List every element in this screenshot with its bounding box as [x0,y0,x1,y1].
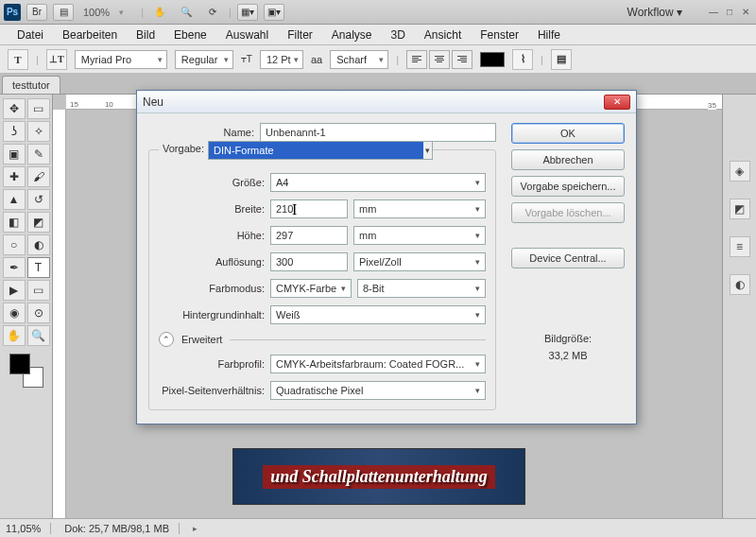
delete-preset-button[interactable]: Vorgabe löschen... [511,202,625,223]
ruler-mark-right: 35 [708,95,716,110]
crop-tool[interactable]: ▣ [3,144,26,165]
menu-bearbeiten[interactable]: Bearbeiten [53,26,127,44]
color-profile-label: Farbprofil: [159,358,265,370]
hand-tool-icon[interactable]: ✋ [149,4,170,21]
resolution-unit-select[interactable]: Pixel/Zoll [353,252,486,271]
width-field[interactable]: 210 [270,199,348,218]
color-mode-label: Farbmodus: [159,283,265,294]
3d-tool[interactable]: ◉ [3,303,26,323]
maximize-button[interactable]: □ [723,6,736,19]
path-select-tool[interactable]: ▶ [3,280,26,301]
color-mode-select[interactable]: CMYK-Farbe [270,279,352,298]
close-button[interactable]: ✕ [739,6,752,19]
lasso-tool[interactable]: ʖ [3,121,26,142]
name-field[interactable]: Unbenannt-1 [260,123,496,142]
antialias-select[interactable]: Scharf [330,50,388,69]
menu-ebene[interactable]: Ebene [164,26,216,44]
zoom-tool-icon[interactable]: 🔍 [176,4,197,21]
dodge-tool[interactable]: ◐ [27,234,50,255]
menu-ansicht[interactable]: Ansicht [415,26,471,44]
width-unit-select[interactable]: mm [353,199,486,218]
clone-tool[interactable]: ▲ [3,189,26,210]
align-right-button[interactable] [452,50,472,69]
size-select[interactable]: A4 [270,173,486,192]
eraser-tool[interactable]: ◧ [3,212,26,233]
font-family-select[interactable]: Myriad Pro [75,50,167,69]
dialog-title-bar[interactable]: Neu ✕ [137,91,636,113]
menu-3d[interactable]: 3D [382,26,415,44]
preset-label: Vorgabe: [163,143,204,154]
bridge-button[interactable]: Br [26,4,47,21]
menu-datei[interactable]: Datei [8,26,53,44]
dialog-close-button[interactable]: ✕ [604,95,630,110]
type-tool[interactable]: T [27,257,50,278]
pixel-aspect-select[interactable]: Quadratische Pixel [270,381,486,400]
color-panel-icon[interactable]: ◐ [730,274,750,295]
color-profile-select[interactable]: CMYK-Arbeitsfarbraum: Coated FOGR... [270,355,486,373]
adjustments-panel-icon[interactable]: ◩ [730,199,750,219]
device-central-button[interactable]: Device Central... [511,248,625,268]
minimize-button[interactable]: — [707,6,720,19]
advanced-toggle[interactable]: ⌃ [159,332,174,347]
app-title-bar: Ps Br ▤ 100% ▾ | ✋ 🔍 ⟳ | ▦▾ ▣▾ Workflow … [0,0,756,25]
zoom-tool[interactable]: 🔍 [27,325,50,346]
collapsed-panels: ◈ ◩ ≡ ◐ [722,95,756,518]
font-size-select[interactable]: 12 Pt [260,50,303,69]
move-tool[interactable]: ✥ [3,98,26,119]
foreground-background-colors[interactable] [9,354,43,388]
marquee-tool[interactable]: ▭ [27,98,50,119]
text-orientation-button[interactable]: ⊥T [46,49,67,70]
menu-fenster[interactable]: Fenster [471,26,528,44]
resolution-field[interactable]: 300 [270,252,348,271]
blur-tool[interactable]: ○ [3,234,26,255]
document-tab[interactable]: testtutor [2,76,60,94]
3d-camera-tool[interactable]: ⊙ [27,303,50,323]
text-color-swatch[interactable] [480,52,505,67]
gradient-tool[interactable]: ◩ [27,212,50,233]
warp-text-button[interactable]: ⌇ [512,49,533,70]
workspace-switcher[interactable]: Workflow ▾ [618,4,692,21]
ok-button[interactable]: OK [511,123,625,144]
menu-hilfe[interactable]: Hilfe [528,26,570,44]
cancel-button[interactable]: Abbrechen [511,149,625,170]
type-tool-indicator[interactable]: T [8,49,28,70]
hand-tool[interactable]: ✋ [3,325,26,346]
mini-bridge-button[interactable]: ▤ [53,4,74,21]
save-preset-button[interactable]: Vorgabe speichern... [511,176,625,197]
status-bar: 11,05% Dok: 25,7 MB/98,1 MB ▸ [0,518,756,537]
eyedropper-tool[interactable]: ✎ [27,144,50,165]
history-brush-tool[interactable]: ↺ [27,189,50,210]
magic-wand-tool[interactable]: ✧ [27,121,50,142]
height-field[interactable]: 297 [270,226,348,245]
document-preview[interactable]: und Schallplattenunterhaltung [232,448,525,505]
menu-bild[interactable]: Bild [127,26,164,44]
foreground-color-swatch[interactable] [9,354,30,374]
rotate-view-icon[interactable]: ⟳ [202,4,223,21]
align-center-button[interactable] [429,50,450,69]
character-panel-button[interactable]: ▤ [551,49,572,70]
layers-panel-icon[interactable]: ◈ [730,161,750,182]
brush-tool[interactable]: 🖌 [27,166,50,187]
history-panel-icon[interactable]: ≡ [730,236,750,257]
status-doc-size[interactable]: Dok: 25,7 MB/98,1 MB [64,523,180,534]
pen-tool[interactable]: ✒ [3,257,26,278]
zoom-level-label[interactable]: 100% [83,7,110,18]
pixel-aspect-label: Pixel-Seitenverhältnis: [159,385,265,396]
bit-depth-select[interactable]: 8-Bit [357,279,486,298]
arrange-docs-button[interactable]: ▦▾ [237,4,258,21]
advanced-label: Erweitert [181,334,222,345]
status-zoom[interactable]: 11,05% [6,523,51,534]
preset-select[interactable]: DIN-Formate [208,141,433,160]
menu-analyse[interactable]: Analyse [322,26,382,44]
background-select[interactable]: Weiß [270,305,486,324]
font-size-icon: ᴛT [241,54,252,64]
shape-tool[interactable]: ▭ [27,280,50,301]
menu-auswahl[interactable]: Auswahl [216,26,278,44]
resolution-label: Auflösung: [159,256,265,268]
menu-filter[interactable]: Filter [278,26,322,44]
height-unit-select[interactable]: mm [353,226,486,245]
healing-tool[interactable]: ✚ [3,166,26,187]
font-style-select[interactable]: Regular [175,50,233,69]
screen-mode-button[interactable]: ▣▾ [264,4,284,21]
align-left-button[interactable] [406,50,427,69]
